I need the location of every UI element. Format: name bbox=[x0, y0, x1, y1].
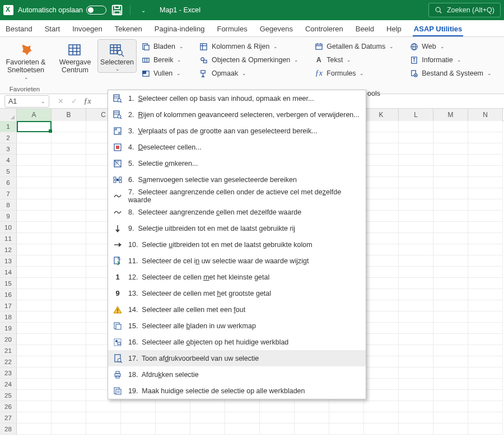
kolommen-rijen-button[interactable]: Kolommen & Rijen⌄ bbox=[197, 41, 301, 52]
cell[interactable] bbox=[17, 166, 52, 177]
cell[interactable] bbox=[17, 155, 52, 166]
cell[interactable] bbox=[364, 244, 399, 255]
cell[interactable] bbox=[364, 367, 399, 379]
cell[interactable] bbox=[52, 423, 86, 435]
cell[interactable] bbox=[399, 143, 433, 155]
cell[interactable] bbox=[17, 323, 52, 334]
cell[interactable] bbox=[433, 401, 468, 412]
menu-item[interactable]: 6. Samenvoegen selectie van geselecteerd… bbox=[108, 171, 366, 188]
menu-item[interactable]: 18. Afdrukken selectie bbox=[108, 366, 366, 383]
cell[interactable] bbox=[399, 211, 433, 222]
select-button[interactable]: Selecteren ⌄ bbox=[97, 39, 137, 73]
tekst-button[interactable]: ATekst⌄ bbox=[312, 55, 396, 65]
cell[interactable] bbox=[468, 367, 503, 379]
cell[interactable] bbox=[52, 177, 86, 188]
cell[interactable] bbox=[433, 177, 468, 188]
cell[interactable] bbox=[17, 379, 52, 390]
cell[interactable] bbox=[52, 255, 86, 267]
cell[interactable] bbox=[399, 278, 433, 289]
tab-asap-utilities[interactable]: ASAP Utilities bbox=[413, 22, 463, 36]
cell[interactable] bbox=[86, 401, 121, 412]
cell[interactable] bbox=[52, 334, 86, 345]
cell[interactable] bbox=[399, 177, 433, 188]
cell[interactable] bbox=[121, 412, 156, 423]
column-header[interactable]: N bbox=[468, 109, 503, 121]
cell[interactable] bbox=[433, 300, 468, 311]
cell[interactable] bbox=[52, 367, 86, 379]
cell[interactable] bbox=[364, 267, 399, 278]
cell[interactable] bbox=[17, 311, 52, 323]
cell[interactable] bbox=[433, 233, 468, 244]
getallen-datums-button[interactable]: Getallen & Datums⌄ bbox=[312, 41, 396, 52]
cell[interactable] bbox=[17, 233, 52, 244]
cell[interactable] bbox=[433, 334, 468, 345]
cell[interactable] bbox=[121, 401, 156, 412]
menu-item[interactable]: 19. Maak huidige selectie de selectie op… bbox=[108, 383, 366, 399]
row-header[interactable]: 11 bbox=[0, 233, 17, 244]
row-header[interactable]: 1 bbox=[0, 121, 17, 132]
cell[interactable] bbox=[364, 401, 399, 412]
cell[interactable] bbox=[399, 367, 433, 379]
cell[interactable] bbox=[86, 423, 121, 435]
cell[interactable] bbox=[433, 278, 468, 289]
cell[interactable] bbox=[399, 166, 433, 177]
cell[interactable] bbox=[17, 289, 52, 300]
tab-help[interactable]: Help bbox=[385, 22, 403, 36]
cell[interactable] bbox=[468, 132, 503, 143]
cell[interactable] bbox=[468, 121, 503, 132]
cell[interactable] bbox=[468, 334, 503, 345]
cell[interactable] bbox=[399, 423, 433, 435]
cell[interactable] bbox=[433, 390, 468, 401]
cell[interactable] bbox=[433, 211, 468, 222]
cell[interactable] bbox=[329, 401, 364, 412]
cell[interactable] bbox=[156, 401, 190, 412]
cell[interactable] bbox=[52, 289, 86, 300]
cell[interactable] bbox=[468, 267, 503, 278]
cell[interactable] bbox=[433, 188, 468, 199]
cell[interactable] bbox=[52, 222, 86, 233]
menu-item[interactable]: 7. Selecteer aangrenzende cellen onder d… bbox=[108, 188, 366, 204]
cell[interactable] bbox=[17, 177, 52, 188]
informatie-button[interactable]: Informatie⌄ bbox=[407, 55, 494, 65]
select-all-corner[interactable] bbox=[0, 109, 17, 121]
row-header[interactable]: 17 bbox=[0, 300, 17, 311]
cell[interactable] bbox=[260, 423, 295, 435]
cell[interactable] bbox=[52, 356, 86, 367]
cell[interactable] bbox=[364, 412, 399, 423]
row-header[interactable]: 25 bbox=[0, 390, 17, 401]
cell[interactable] bbox=[52, 199, 86, 211]
cell[interactable] bbox=[52, 233, 86, 244]
cell[interactable] bbox=[364, 166, 399, 177]
cell[interactable] bbox=[364, 311, 399, 323]
cell[interactable] bbox=[399, 390, 433, 401]
cell[interactable] bbox=[399, 289, 433, 300]
cell[interactable] bbox=[468, 222, 503, 233]
cell[interactable] bbox=[433, 199, 468, 211]
cell[interactable] bbox=[364, 300, 399, 311]
cell[interactable] bbox=[295, 401, 329, 412]
cell[interactable] bbox=[52, 311, 86, 323]
cell[interactable] bbox=[468, 155, 503, 166]
menu-item[interactable]: 8. Selecteer aangrenzende cellen met dez… bbox=[108, 204, 366, 220]
menu-item[interactable]: 112. Selecteer de cellen met het kleinst… bbox=[108, 269, 366, 285]
cell[interactable] bbox=[433, 132, 468, 143]
menu-item[interactable]: 14. Selecteer alle cellen met een fout bbox=[108, 301, 366, 318]
row-header[interactable]: 5 bbox=[0, 166, 17, 177]
cell[interactable] bbox=[468, 244, 503, 255]
row-header[interactable]: 15 bbox=[0, 278, 17, 289]
cell[interactable] bbox=[52, 401, 86, 412]
autosave-toggle[interactable]: Automatisch opslaan bbox=[18, 6, 106, 15]
cell[interactable] bbox=[52, 300, 86, 311]
row-header[interactable]: 18 bbox=[0, 311, 17, 323]
insert-function-button[interactable]: ƒx bbox=[82, 97, 93, 106]
cell[interactable] bbox=[468, 423, 503, 435]
row-header[interactable]: 6 bbox=[0, 177, 17, 188]
cell[interactable] bbox=[364, 188, 399, 199]
column-header[interactable]: L bbox=[399, 109, 433, 121]
menu-item[interactable]: 3. Verplaats of pas de grootte aan van g… bbox=[108, 123, 366, 139]
cell[interactable] bbox=[52, 143, 86, 155]
cell[interactable] bbox=[399, 356, 433, 367]
cell[interactable] bbox=[190, 423, 225, 435]
menu-item[interactable]: 17. Toon afdrukvoorbeeld van uw selectie bbox=[108, 350, 366, 366]
menu-item[interactable]: 11. Selecteer de cel in uw selectie waar… bbox=[108, 253, 366, 269]
